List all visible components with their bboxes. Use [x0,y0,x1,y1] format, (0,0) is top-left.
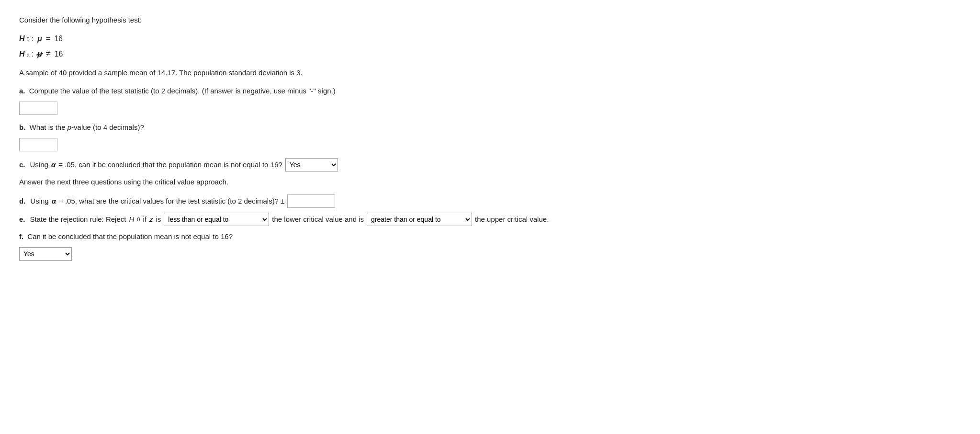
part-b-label-row: b. What is the p-value (to 4 decimals)? [19,122,785,133]
part-e-text-lower: the lower critical value and is [272,214,364,225]
part-c-label: c. [19,159,25,171]
part-e-h-italic: H [129,214,134,225]
part-a-label-row: a. Compute the value of the test statist… [19,85,785,97]
sample-description-text: A sample of 40 provided a sample mean of… [19,69,303,77]
part-f-select-row: Yes No [19,247,785,261]
part-b-italic: p [68,123,71,131]
separator-text: Answer the next three questions using th… [19,176,785,188]
part-e-row: e. State the rejection rule: Reject H0 i… [19,213,785,226]
part-a-input[interactable] [19,102,57,115]
ha-neq: ≠ [46,47,51,61]
part-f-label: f. [19,232,23,240]
part-c-alpha: α [51,159,56,171]
h0-subscript: 0 [27,35,30,44]
ha-line: Ha: μ ≠ 16 [19,47,785,61]
question-block: Consider the following hypothesis test: … [19,14,785,261]
part-e-label: e. [19,214,25,225]
part-f-label-row: f. Can it be concluded that the populati… [19,231,785,242]
h0-colon: : [32,33,34,45]
part-c-row: c. Using α = .05, can it be concluded th… [19,158,785,171]
h0-line: H0: μ = 16 [19,33,785,45]
part-e-text-mid: if [143,214,146,225]
question-title: Consider the following hypothesis test: [19,14,785,26]
part-b-input[interactable] [19,138,57,151]
part-e-select2[interactable]: less than or equal to less than greater … [367,213,472,226]
ha-label: H [19,48,25,60]
separator-label: Answer the next three questions using th… [19,178,228,186]
ha-value: 16 [55,48,63,60]
ha-colon: : [32,48,34,60]
part-e-text-is: is [156,214,161,225]
part-d-text-after: = .05, what are the critical values for … [59,195,284,207]
part-d-input[interactable] [287,194,335,208]
title-text: Consider the following hypothesis test: [19,16,142,24]
sample-description: A sample of 40 provided a sample mean of… [19,67,785,79]
part-e-text-before: State the rejection rule: Reject [30,214,126,225]
part-b-text2: -value (to 4 decimals)? [71,123,144,131]
part-e-select1[interactable]: less than or equal to less than greater … [164,213,269,226]
part-b-input-row [19,138,785,151]
h0-mu: μ [37,33,42,45]
part-f-select[interactable]: Yes No [19,247,72,261]
part-c-text-before: Using [30,159,48,171]
h0-value: 16 [54,33,63,45]
part-f-text: Can it be concluded that the population … [27,232,233,240]
part-d-alpha: α [52,195,56,207]
part-e-z-italic: z [149,214,153,225]
part-b-text: What is the [30,123,68,131]
part-d-text-before: Using [30,195,48,207]
ha-subscript: a [27,51,30,59]
part-e-h-subscript: 0 [137,216,140,224]
part-b-label: b. [19,123,25,131]
ha-mu: μ [37,48,42,60]
part-d-row: d. Using α = .05, what are the critical … [19,194,785,208]
h0-label: H [19,33,25,45]
part-a-text: Compute the value of the test statistic … [29,87,336,95]
part-a-input-row [19,102,785,115]
part-a-label: a. [19,87,25,95]
part-d-label: d. [19,195,25,207]
part-c-text-after: = .05, can it be concluded that the popu… [58,159,282,171]
part-e-text-upper: the upper critical value. [475,214,549,225]
h0-equals: = [46,33,50,45]
part-c-select[interactable]: Yes No [285,158,338,171]
